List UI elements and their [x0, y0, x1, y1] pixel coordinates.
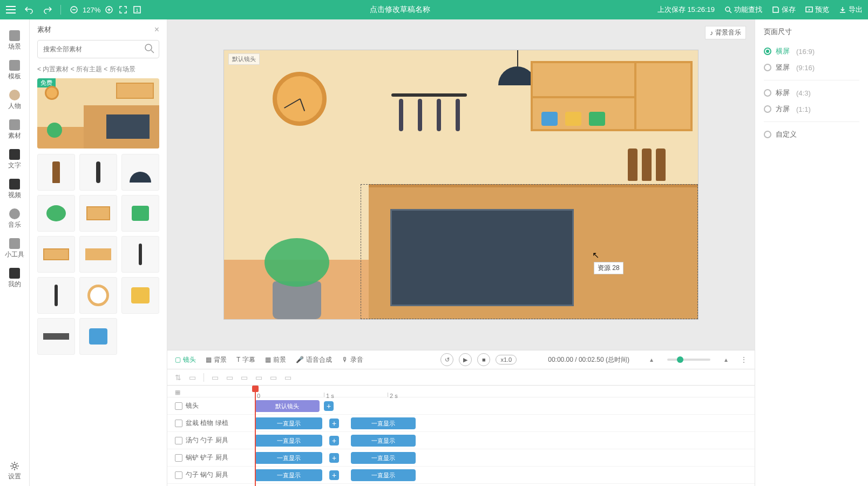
- tool-icon-4[interactable]: ▭: [226, 373, 233, 382]
- asset-thumb-board[interactable]: [79, 195, 117, 232]
- zoom-timeline-in-icon[interactable]: ▴: [724, 356, 728, 363]
- speed-button[interactable]: x1.0: [496, 355, 517, 364]
- add-clip-button[interactable]: +: [329, 418, 339, 428]
- ratio-option[interactable]: 方屏(1:1): [764, 101, 859, 117]
- scene-clock[interactable]: [273, 72, 327, 126]
- asset-thumb-spoon[interactable]: [37, 277, 75, 314]
- asset-preview-large[interactable]: 免费: [37, 78, 159, 148]
- rail-template[interactable]: 模板: [0, 56, 29, 85]
- track-label[interactable]: 勺子 锅勺 厨具: [167, 470, 254, 480]
- rail-scene[interactable]: 场景: [0, 26, 29, 56]
- undo-icon[interactable]: [24, 4, 35, 15]
- rail-material[interactable]: 素材: [0, 115, 29, 145]
- ratio-option[interactable]: 自定义: [764, 126, 859, 143]
- timeline-clip[interactable]: 一直显示: [351, 469, 416, 481]
- tool-icon-7[interactable]: ▭: [270, 373, 277, 382]
- add-clip-button[interactable]: +: [329, 436, 339, 446]
- asset-thumb-cup-yellow[interactable]: [121, 277, 159, 314]
- tool-icon-3[interactable]: ▭: [212, 373, 219, 382]
- tool-icon-8[interactable]: ▭: [284, 373, 291, 382]
- asset-thumb-cabinet[interactable]: [37, 236, 75, 273]
- timeline-clip[interactable]: 一直显示: [351, 417, 416, 429]
- asset-thumb-plant[interactable]: [37, 195, 75, 232]
- export-button[interactable]: 导出: [839, 5, 863, 15]
- rail-video[interactable]: 视频: [0, 174, 29, 204]
- tool-icon-5[interactable]: ▭: [241, 373, 248, 382]
- canvas[interactable]: 默认镜头 资源 28 ↖: [223, 50, 699, 320]
- actual-size-icon[interactable]: 1: [132, 4, 143, 15]
- feature-find-button[interactable]: 功能查找: [724, 5, 762, 15]
- asset-thumb-cup-green[interactable]: [121, 195, 159, 232]
- menu-icon[interactable]: [5, 4, 16, 15]
- add-clip-button[interactable]: +: [329, 470, 339, 480]
- zoom-in-icon[interactable]: [104, 4, 114, 15]
- fit-screen-icon[interactable]: [118, 4, 128, 15]
- zoom-timeline-out-icon[interactable]: ▴: [650, 356, 653, 363]
- rail-text[interactable]: 文字: [0, 145, 29, 174]
- add-clip-button[interactable]: +: [324, 401, 334, 411]
- timeline-zoom-slider[interactable]: [667, 359, 710, 361]
- tab-foreground[interactable]: ▦ 前景: [265, 355, 286, 364]
- ratio-option[interactable]: 标屏(4:3): [764, 85, 859, 101]
- close-icon[interactable]: ×: [154, 25, 159, 35]
- timeline-clip[interactable]: 一直显示: [351, 435, 416, 447]
- asset-thumb-cup-blue[interactable]: [79, 318, 117, 355]
- bgm-button[interactable]: ♪ 背景音乐: [705, 26, 746, 39]
- ratio-option[interactable]: 横屏(16:9): [764, 43, 859, 59]
- tab-record[interactable]: 🎙 录音: [342, 355, 363, 364]
- canvas-area[interactable]: ♪ 背景音乐 默认镜头 资源 28 ↖: [167, 19, 755, 350]
- playhead[interactable]: [255, 386, 256, 486]
- preview-button[interactable]: 预览: [805, 5, 829, 15]
- tab-background[interactable]: ▦ 背景: [206, 355, 227, 364]
- track-content[interactable]: 一直显示一直显示+: [254, 449, 755, 466]
- asset-thumb-bottle[interactable]: [37, 154, 75, 191]
- scene-shelf[interactable]: [531, 61, 693, 131]
- scene-utensils[interactable]: [391, 93, 467, 131]
- track-label[interactable]: 镜头: [167, 401, 254, 410]
- scene-counter[interactable]: [369, 184, 698, 319]
- search-icon[interactable]: [144, 43, 155, 54]
- play-icon[interactable]: ▶: [459, 353, 472, 366]
- asset-thumb-bench[interactable]: [37, 318, 75, 355]
- timeline-menu-icon[interactable]: ⋮: [741, 356, 747, 363]
- track-label[interactable]: 汤勺 勺子 厨具: [167, 436, 254, 445]
- stop-icon[interactable]: ■: [477, 353, 490, 366]
- track-label[interactable]: 盆栽 植物 绿植: [167, 418, 254, 428]
- tab-subtitle[interactable]: T 字幕: [236, 355, 255, 364]
- redo-icon[interactable]: [42, 4, 53, 15]
- rail-settings[interactable]: 设置: [0, 456, 29, 486]
- search-input[interactable]: [37, 40, 159, 58]
- track-content[interactable]: 一直显示一直显示+: [254, 467, 755, 483]
- scene-bottles[interactable]: [628, 148, 666, 181]
- asset-thumb-ladle[interactable]: [121, 236, 159, 273]
- tool-icon-2[interactable]: ▭: [189, 373, 196, 382]
- asset-thumb-spatula[interactable]: [79, 154, 117, 191]
- timeline-clip[interactable]: 一直显示: [255, 435, 322, 447]
- rail-character[interactable]: 人物: [0, 85, 29, 115]
- track-content[interactable]: 默认镜头+: [254, 397, 755, 414]
- save-button[interactable]: 保存: [772, 5, 796, 15]
- timeline-clip[interactable]: 一直显示: [255, 417, 322, 429]
- track-label[interactable]: 锅铲 铲子 厨具: [167, 453, 254, 462]
- document-title[interactable]: 点击修改草稿名称: [143, 5, 657, 15]
- rewind-icon[interactable]: ↺: [440, 353, 453, 366]
- add-clip-button[interactable]: +: [329, 453, 339, 463]
- rail-music[interactable]: 音乐: [0, 204, 29, 234]
- asset-thumb-lamp[interactable]: [121, 154, 159, 191]
- tool-icon-6[interactable]: ▭: [255, 373, 262, 382]
- track-content[interactable]: 一直显示一直显示+: [254, 432, 755, 449]
- breadcrumb[interactable]: < 内置素材 < 所有主题 < 所有场景: [30, 63, 167, 78]
- timeline-clip[interactable]: 一直显示: [255, 469, 322, 481]
- tab-shot[interactable]: ▢ 镜头: [175, 355, 196, 364]
- timeline-clip[interactable]: 默认镜头: [255, 400, 320, 412]
- rail-widget[interactable]: 小工具: [0, 234, 29, 264]
- track-content[interactable]: 一直显示一直显示+: [254, 415, 755, 431]
- scene-plant[interactable]: [273, 238, 329, 319]
- filter-icon[interactable]: ⇅: [175, 373, 181, 382]
- asset-thumb-sideboard[interactable]: [79, 236, 117, 273]
- tab-tts[interactable]: 🎤 语音合成: [296, 355, 332, 364]
- rail-mine[interactable]: 我的: [0, 264, 29, 293]
- asset-thumb-clock[interactable]: [79, 277, 117, 314]
- ratio-option[interactable]: 竖屏(9:16): [764, 59, 859, 76]
- timeline-clip[interactable]: 一直显示: [255, 452, 322, 464]
